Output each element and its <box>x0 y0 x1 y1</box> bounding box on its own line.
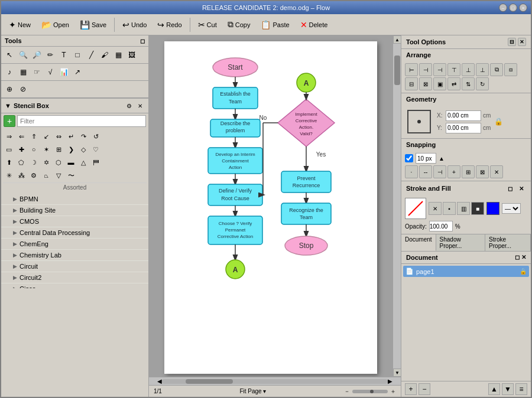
shape-arrow-rl[interactable]: ⇔ <box>53 131 64 142</box>
hscroll-thumb[interactable] <box>186 379 233 384</box>
shape-sun[interactable]: ✳ <box>3 169 15 181</box>
shape-arrow-up[interactable]: ⇑ <box>28 131 40 142</box>
snap-btn5[interactable]: ⊞ <box>462 165 475 178</box>
copy-button[interactable]: ⧉ Copy <box>223 17 255 32</box>
shape-banner[interactable]: ⛿ <box>90 156 102 168</box>
category-cisco[interactable]: ▶Cisco <box>1 283 148 288</box>
filter-input[interactable] <box>17 115 146 127</box>
align-top-button[interactable]: ⊤ <box>447 63 460 76</box>
shape-tri2[interactable]: ▽ <box>53 169 64 181</box>
y-input[interactable] <box>446 123 481 133</box>
category-cmos[interactable]: ▶CMOS <box>1 216 148 227</box>
tab-stroke-properties[interactable]: Stroke Proper... <box>485 234 531 251</box>
sf-grad-button[interactable]: ▥ <box>457 202 470 215</box>
redo-button[interactable]: ↪ Redo <box>153 18 186 32</box>
undo-button[interactable]: ↩ Undo <box>118 18 151 32</box>
shape-loop-arrow[interactable]: ↺ <box>90 131 102 142</box>
vscroll-knob[interactable] <box>394 56 400 85</box>
doc-close-icon[interactable]: ✕ <box>521 254 526 261</box>
add-stencil-button[interactable]: + <box>4 115 15 127</box>
line-tool[interactable]: ╱ <box>85 48 98 61</box>
align-right-button[interactable]: ⊣ <box>433 63 446 76</box>
flip-v-button[interactable]: ⇅ <box>462 77 475 90</box>
shape-diamond[interactable]: ◇ <box>77 143 89 155</box>
cut-button[interactable]: ✂ Cut <box>194 18 221 32</box>
shape-turn-arrow[interactable]: ↵ <box>65 131 77 142</box>
shape-up-arrow2[interactable]: ⬆ <box>3 156 15 168</box>
category-central-data[interactable]: ▶Central Data Processing <box>1 227 148 239</box>
dist-h-button[interactable]: ⊟ <box>405 77 418 90</box>
sf-none-button[interactable]: ✕ <box>429 202 442 215</box>
table-tool[interactable]: ▦ <box>17 66 30 79</box>
snap-btn3[interactable]: ⊣ <box>433 165 446 178</box>
select-tool[interactable]: ↖ <box>3 48 16 61</box>
snap-btn2[interactable]: -- <box>419 165 432 178</box>
tools-expand-icon[interactable]: ◻ <box>140 38 145 44</box>
x-input[interactable] <box>446 110 481 121</box>
shape-gear[interactable]: ⚙ <box>28 169 40 181</box>
paste-button[interactable]: 📋 Paste <box>257 18 293 32</box>
connector-tool[interactable]: ↗ <box>71 66 84 79</box>
pan-tool[interactable]: 🔍 <box>17 48 30 61</box>
snap-btn6[interactable]: ⊠ <box>476 165 489 178</box>
minimize-button[interactable]: – <box>499 4 507 12</box>
tool-options-close[interactable]: ✕ <box>518 38 526 46</box>
shape-arrow-right[interactable]: ⇒ <box>3 131 15 142</box>
text-tool[interactable]: T <box>57 48 70 61</box>
category-chemistry-lab[interactable]: ▶Chemistry Lab <box>1 250 148 261</box>
new-button[interactable]: ✦ New <box>5 18 35 32</box>
close-button[interactable]: × <box>519 4 527 12</box>
shape-curved-rect[interactable]: ▬ <box>65 156 77 168</box>
shape-plus[interactable]: ⊞ <box>53 143 64 155</box>
shape-cross[interactable]: ✚ <box>15 143 27 155</box>
doc-page1[interactable]: 📄 page1 🔒 <box>403 266 529 277</box>
flip-h-button[interactable]: ⇄ <box>447 77 460 90</box>
to-front-button[interactable]: ⧉ <box>490 63 503 76</box>
extra-tool1[interactable]: ⊕ <box>3 83 16 96</box>
shape-triangle[interactable]: △ <box>77 156 89 168</box>
category-chemeng[interactable]: ▶ChemEng <box>1 239 148 250</box>
align-center-h-button[interactable]: ⊣ <box>419 63 432 76</box>
brush-tool[interactable]: 🖌 <box>98 48 111 61</box>
delete-button[interactable]: ✕ Delete <box>296 18 332 32</box>
shape-octagon[interactable]: ⬡ <box>53 156 64 168</box>
sf-color-swatch[interactable] <box>486 202 499 215</box>
dist-v-button[interactable]: ⊠ <box>419 77 432 90</box>
save-button[interactable]: 💾 Save <box>76 18 111 32</box>
sf-close-icon[interactable]: ✕ <box>517 184 526 193</box>
horizontal-scrollbar[interactable]: ◀ ▶ <box>149 377 401 385</box>
to-back-button[interactable]: ⧈ <box>504 63 517 76</box>
stencil-close-icon[interactable]: ✕ <box>135 101 145 110</box>
open-button[interactable]: 📂 Open <box>37 18 73 32</box>
align-bottom-button[interactable]: ⊥ <box>476 63 489 76</box>
fill-tool[interactable]: ▦ <box>112 48 125 61</box>
shape-arrow-dl[interactable]: ↙ <box>40 131 52 142</box>
music-tool[interactable]: ♪ <box>3 66 16 79</box>
align-center-v-button[interactable]: ⊥ <box>462 63 475 76</box>
stencil-expand-icon[interactable]: ▼ <box>5 102 11 109</box>
doc-add-page-button[interactable]: + <box>405 383 417 395</box>
shape-moon[interactable]: ☽ <box>28 156 40 168</box>
doc-move-down-button[interactable]: ▼ <box>502 383 514 395</box>
sf-dark-button[interactable]: ■ <box>471 202 484 215</box>
align-left-button[interactable]: ⊢ <box>405 63 418 76</box>
sf-solid-button[interactable]: ▪ <box>443 202 456 215</box>
shape-chevron[interactable]: ❯ <box>65 143 77 155</box>
group-button[interactable]: ▣ <box>433 77 446 90</box>
shape-circle[interactable]: ○ <box>28 143 40 155</box>
shape-star6[interactable]: ✡ <box>40 156 52 168</box>
canvas-scroll[interactable]: Start Establish the Team Describe <box>149 35 392 377</box>
rotate-button[interactable]: ↻ <box>476 77 489 90</box>
shape-bend-arrow[interactable]: ↷ <box>77 131 89 142</box>
zoom-in-icon[interactable]: ＋ <box>390 387 396 396</box>
shape-heart[interactable]: ♡ <box>90 143 102 155</box>
shape-wave[interactable]: 〜 <box>65 169 77 181</box>
stencil-settings-icon[interactable]: ⚙ <box>124 101 134 110</box>
category-circuit2[interactable]: ▶Circuit2 <box>1 272 148 283</box>
tab-document[interactable]: Document <box>401 234 436 251</box>
snap-up-icon[interactable]: ▲ <box>439 155 445 162</box>
snap-checkbox[interactable] <box>405 154 413 162</box>
doc-remove-page-button[interactable]: − <box>419 383 430 395</box>
snap-btn4[interactable]: + <box>447 165 460 178</box>
hscroll-right-button[interactable]: ▶ <box>388 378 392 384</box>
